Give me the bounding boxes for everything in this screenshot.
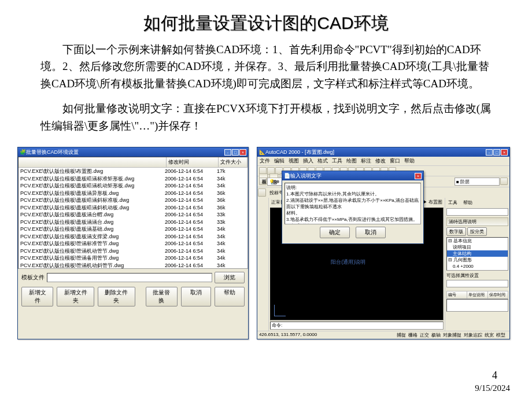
titlebar[interactable]: 🧩 批量替换CAD环境设置 - □ × bbox=[18, 147, 248, 157]
rp-tools[interactable]: 工具 bbox=[448, 200, 457, 206]
list-item[interactable]: PCV.EXE\默认版位模板\管涵标准管节.dwg2006-12-14 6:54… bbox=[19, 240, 247, 247]
left-tab-panel[interactable]: 面板 bbox=[259, 173, 268, 178]
gh-unit: 单位说明 bbox=[467, 291, 487, 298]
rp-item-2[interactable]: 主体结构 bbox=[447, 250, 508, 257]
menu-item[interactable]: 修改 bbox=[375, 157, 386, 165]
list-item[interactable]: PCV.EXE\默认版位模板\盖板暗涵斜标准板.dwg2006-12-14 6:… bbox=[19, 197, 247, 204]
add-folder-button[interactable]: 新增文件夹 bbox=[57, 287, 94, 306]
dlg-cancel-button[interactable]: 取消 bbox=[356, 227, 386, 238]
dlg-titlebar[interactable]: 📄 输入说明文字 × bbox=[282, 171, 423, 180]
rp-help[interactable]: 帮助 bbox=[463, 200, 472, 206]
slide-title: 如何批量设置设计图的CAD环境 bbox=[0, 0, 532, 41]
list-item[interactable]: PCV.EXE\默认版位模板\盖板涵涵台.dwg2006-12-14 6:543… bbox=[19, 219, 247, 226]
cad-menubar[interactable]: 文件编辑视图插入格式工具绘图标注修改窗口帮助 bbox=[257, 157, 509, 166]
status-toggle[interactable]: 捕捉 bbox=[397, 332, 406, 338]
coords-readout: 426.6513, 131.5577, 0.0000 bbox=[259, 332, 317, 338]
list-item[interactable]: PCV.EXE\默认版位模板\盖板涵基础.dwg2006-12-14 6:543… bbox=[19, 226, 247, 233]
menu-item[interactable]: 窗口 bbox=[390, 157, 400, 165]
batch-replace-window: 🧩 批量替换CAD环境设置 - □ × 修改时间 文件大小 PCV.EXE\默认… bbox=[17, 147, 249, 339]
maximize-button[interactable]: □ bbox=[232, 149, 239, 156]
delete-folder-button[interactable]: 删除文件夹 bbox=[98, 287, 135, 306]
paragraph-2: 如何批量修改说明文字：直接在PCVX环境下打开模板，找到说明文字，然后点击修改(… bbox=[40, 100, 492, 134]
help-button[interactable]: 帮助 bbox=[215, 287, 245, 306]
rp-sel-settings: 可选择属性设置 bbox=[446, 272, 508, 279]
menu-item[interactable]: 标注 bbox=[361, 157, 371, 165]
status-toggle[interactable]: 正交 bbox=[420, 332, 429, 338]
canvas-annotation: 阳台(通用)说明 bbox=[331, 258, 365, 266]
list-item[interactable]: PCV.EXE\默认版位模板\盖板暗涵标准矩形板.dwg2006-12-14 6… bbox=[19, 175, 247, 183]
list-item[interactable]: PCV.EXE\默认版位模板\盖板涵异形板.dwg2006-12-14 6:54… bbox=[19, 190, 247, 197]
input-text-dialog: 📄 输入说明文字 × 说明:1.本图尺寸除标高以米计外,其余均以厘米计。2.涵洞… bbox=[282, 171, 424, 244]
col-size-header[interactable]: 文件大小 bbox=[219, 157, 247, 167]
list-item[interactable]: PCV.EXE\默认版位模板\盖板暗涵机动矩形板.dwg2006-12-14 6… bbox=[19, 182, 247, 190]
list-item[interactable]: PCV.EXE\默认版位模板\管涵机动斜管节.dwg2006-12-14 6:5… bbox=[19, 262, 247, 269]
gh-id: 编号 bbox=[447, 291, 467, 298]
gh-time: 保存时间 bbox=[488, 291, 508, 298]
command-line[interactable]: 命令: bbox=[270, 322, 444, 330]
dlg-title: 输入说明文字 bbox=[290, 172, 322, 180]
cad-maximize-button[interactable]: □ bbox=[493, 149, 500, 156]
paragraph-1: 下面以一个示例来讲解如何替换CAD环境：1、首先利用命令"PCVT"得到初始的C… bbox=[40, 41, 492, 92]
rp-header-1: 涵特选用说明 bbox=[446, 217, 508, 226]
list-item[interactable]: PCV.EXE\默认版位模板\布置图.dwg2006-12-14 6:5417k bbox=[19, 168, 247, 175]
left-tab-options[interactable]: 选项 bbox=[269, 173, 278, 178]
menu-item[interactable]: 格式 bbox=[317, 157, 328, 165]
rp-tab-numeric[interactable]: 数字版 bbox=[446, 227, 466, 236]
list-item[interactable]: PCV.EXE\默认版位模板\管涵机动管节.dwg2006-12-14 6:54… bbox=[19, 247, 247, 255]
status-toggle[interactable]: 线宽 bbox=[485, 332, 494, 338]
menu-item[interactable]: 帮助 bbox=[404, 157, 415, 165]
page-date: 9/15/2024 bbox=[475, 383, 510, 393]
close-button[interactable]: × bbox=[239, 149, 246, 156]
menu-item[interactable]: 文件 bbox=[260, 157, 270, 165]
rp-sel-combo[interactable] bbox=[446, 280, 508, 287]
autocad-window: 📐 AutoCAD 2000 - [布置图.dwg] - □ × 文件编辑视图插… bbox=[257, 147, 510, 339]
chevron-down-icon[interactable] bbox=[500, 178, 508, 185]
rp-empty-combo[interactable] bbox=[446, 208, 508, 216]
status-toggle[interactable]: 极轴 bbox=[431, 332, 441, 338]
menu-item[interactable]: 编辑 bbox=[274, 157, 285, 165]
menu-item[interactable]: 视图 bbox=[289, 157, 299, 165]
status-toggle[interactable]: 对象捕捉 bbox=[443, 332, 461, 338]
cad-right-panel: 工具 帮助 涵特选用说明 数字版 按分类 ⊟ 基本信息 说明项目 主体结构 ⊟ … bbox=[445, 198, 509, 331]
rp-item-0[interactable]: ⊟ 基本信息 bbox=[447, 238, 508, 244]
status-toggle[interactable]: 模型 bbox=[496, 332, 505, 338]
rp-tab-category[interactable]: 按分类 bbox=[467, 227, 487, 236]
template-file-input[interactable] bbox=[47, 273, 212, 282]
browse-button[interactable]: 浏览 bbox=[215, 272, 245, 283]
layer-icon[interactable] bbox=[259, 178, 267, 185]
dlg-textarea[interactable]: 说明:1.本图尺寸除标高以米计外,其余均以厘米计。2.涵洞基础设于××层,地基容… bbox=[285, 183, 421, 224]
body-text: 下面以一个示例来讲解如何替换CAD环境：1、首先利用命令"PCVT"得到初始的C… bbox=[0, 41, 532, 134]
add-file-button[interactable]: 新增文件 bbox=[21, 287, 53, 306]
list-item[interactable]: PCV.EXE\默认版位模板\盖板暗涵斜机动板.dwg2006-12-14 6:… bbox=[19, 204, 247, 212]
status-toggle[interactable]: 对象追踪 bbox=[464, 332, 482, 338]
ucs-icon bbox=[274, 301, 289, 316]
dlg-icon: 📄 bbox=[284, 173, 290, 179]
dock-icon[interactable] bbox=[258, 189, 266, 197]
list-item[interactable]: PCV.EXE\默认版位模板\盖板涵台帽.dwg2006-12-14 6:543… bbox=[19, 211, 247, 219]
menu-item[interactable]: 绘图 bbox=[346, 157, 357, 165]
menu-item[interactable]: 工具 bbox=[332, 157, 342, 165]
batch-replace-button[interactable]: 批量替换 bbox=[146, 287, 178, 306]
minimize-button[interactable]: - bbox=[224, 149, 231, 156]
window-icon: 🧩 bbox=[20, 149, 26, 155]
layer-combo[interactable]: ■ 阶层 bbox=[455, 178, 500, 186]
cancel-button[interactable]: 取消 bbox=[181, 287, 211, 306]
col-path-header[interactable] bbox=[19, 157, 167, 167]
cad-titlebar[interactable]: 📐 AutoCAD 2000 - [布置图.dwg] - □ × bbox=[257, 147, 509, 157]
dlg-ok-button[interactable]: 确定 bbox=[320, 227, 350, 238]
cad-icon: 📐 bbox=[259, 149, 265, 155]
rp-item-4[interactable]: 0.4 +2000 bbox=[447, 263, 508, 269]
rp-item-3[interactable]: ⊟ 几何图形 bbox=[447, 257, 508, 263]
list-item[interactable]: PCV.EXE\默认版位模板\管涵备用管节.dwg2006-12-14 6:54… bbox=[19, 254, 247, 262]
rp-item-1[interactable]: 说明项目 bbox=[447, 244, 508, 250]
menu-item[interactable]: 插入 bbox=[303, 157, 313, 165]
list-item[interactable]: PCV.EXE\默认版位模板\盖板涵支撑梁.dwg2006-12-14 6:54… bbox=[19, 233, 247, 241]
status-toggle[interactable]: 栅格 bbox=[408, 332, 418, 338]
rp-grid[interactable] bbox=[446, 299, 508, 312]
cad-minimize-button[interactable]: - bbox=[486, 149, 493, 156]
col-date-header[interactable]: 修改时间 bbox=[167, 157, 219, 167]
dlg-close-button[interactable]: × bbox=[415, 173, 422, 179]
cad-close-button[interactable]: × bbox=[501, 149, 508, 156]
rp-list[interactable]: ⊟ 基本信息 说明项目 主体结构 ⊟ 几何图形 0.4 +2000 bbox=[446, 237, 508, 271]
file-listbox[interactable]: 修改时间 文件大小 PCV.EXE\默认版位模板\布置图.dwg2006-12-… bbox=[18, 157, 248, 269]
